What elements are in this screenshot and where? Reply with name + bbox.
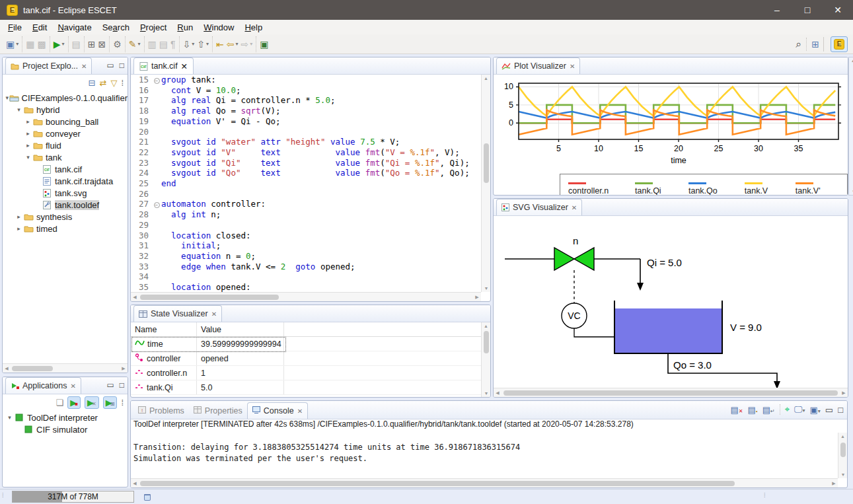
last-edit-location-button[interactable]: ⇤ bbox=[215, 38, 225, 51]
minimize-view-button[interactable]: ▭ bbox=[106, 380, 114, 390]
remove-annotation-button[interactable]: ⊠ bbox=[96, 38, 107, 51]
convert-button[interactable]: ▥ bbox=[147, 38, 158, 51]
state-row-time[interactable]: time39.599999999999994 bbox=[131, 337, 481, 351]
minimize-button[interactable]: – bbox=[762, 0, 792, 20]
project-item-synthesis[interactable]: ▸synthesis bbox=[3, 211, 128, 223]
tab-console[interactable]: Console✕ bbox=[247, 402, 308, 419]
show-whitespace-button[interactable]: ¶ bbox=[169, 38, 177, 51]
build-button[interactable]: ▤ bbox=[71, 38, 82, 51]
project-item-hybrid[interactable]: ▾hybrid bbox=[3, 104, 128, 116]
auto-expand-button[interactable]: ❏ bbox=[56, 398, 63, 408]
skip-breakpoints-button[interactable]: ⚙ bbox=[112, 38, 123, 51]
fold-marker-icon[interactable]: − bbox=[152, 75, 161, 85]
menu-navigate[interactable]: Navigate bbox=[52, 21, 96, 34]
tab-svg-visualizer[interactable]: SVG Visualizer ✕ bbox=[496, 199, 582, 215]
link-editor-button[interactable]: ⇄ bbox=[99, 78, 106, 88]
state-row-controller[interactable]: controlleropened bbox=[131, 351, 481, 366]
svg-hscrollbar[interactable]: ◀ ▶ bbox=[494, 388, 848, 397]
clear-console-icon[interactable]: ▤✕ bbox=[731, 405, 743, 415]
console-output[interactable]: Transition: delaying for 3.1883805325514… bbox=[131, 433, 838, 478]
pin-console-icon[interactable]: ⌖ bbox=[785, 404, 790, 415]
project-item-conveyer[interactable]: ▸conveyer bbox=[3, 127, 128, 139]
close-tab-icon[interactable]: ✕ bbox=[297, 408, 303, 415]
expander-icon[interactable]: ▸ bbox=[15, 225, 23, 232]
filter-button[interactable]: ▽ bbox=[110, 78, 117, 88]
remove-terminated-button[interactable]: ▶✕ bbox=[85, 396, 99, 409]
project-item-tank-tooldef[interactable]: tank.tooldef bbox=[3, 199, 128, 211]
pin-editor-button[interactable]: ▣ bbox=[258, 38, 270, 51]
save-all-button[interactable]: ▩ bbox=[36, 38, 47, 51]
add-annotation-button[interactable]: ⊞ bbox=[87, 38, 97, 51]
menu-run[interactable]: Run bbox=[172, 21, 198, 34]
maximize-view-button[interactable]: □ bbox=[120, 380, 124, 390]
open-console-icon[interactable]: ▣▾ bbox=[810, 405, 821, 415]
scroll-lock-icon[interactable]: ▤• bbox=[748, 405, 758, 415]
maximize-view-button[interactable]: □ bbox=[120, 61, 124, 70]
state-row-controller-n[interactable]: controller.n1 bbox=[131, 366, 481, 380]
word-wrap-icon[interactable]: ▤↵ bbox=[762, 405, 775, 415]
new-wizard-button[interactable]: ▣▾ bbox=[5, 38, 20, 51]
minimize-view-button[interactable]: ▭ bbox=[825, 405, 833, 415]
back-button[interactable]: ⇦▾ bbox=[225, 38, 240, 51]
show-doc-button[interactable]: ▤ bbox=[158, 38, 169, 51]
expander-icon[interactable]: ▾ bbox=[15, 106, 23, 113]
next-annotation-button[interactable]: ⇩▾ bbox=[182, 38, 196, 51]
expander-icon[interactable]: ▾ bbox=[24, 154, 32, 161]
console-hscrollbar[interactable]: ◀ ▶ bbox=[131, 478, 838, 487]
expander-icon[interactable]: ▾ bbox=[5, 414, 14, 421]
display-console-icon[interactable]: 🖵▾ bbox=[794, 404, 805, 415]
menu-window[interactable]: Window bbox=[198, 21, 239, 34]
view-menu-button[interactable]: ⁞ bbox=[121, 398, 124, 408]
menu-search[interactable]: Search bbox=[97, 21, 135, 34]
tab-problems[interactable]: !Problems bbox=[133, 402, 189, 419]
save-button[interactable]: ▦ bbox=[24, 38, 36, 51]
previous-annotation-button[interactable]: ⇧▾ bbox=[196, 38, 210, 51]
menu-project[interactable]: Project bbox=[135, 21, 172, 34]
fold-marker-icon[interactable]: − bbox=[152, 199, 161, 209]
search-icon[interactable]: ⌕ bbox=[794, 37, 803, 52]
tab-plot-visualizer[interactable]: Plot Visualizer ✕ bbox=[496, 57, 580, 74]
expander-icon[interactable]: ▸ bbox=[24, 142, 32, 149]
maximize-button[interactable]: □ bbox=[792, 0, 823, 20]
project-item-bouncing-ball[interactable]: ▸bouncing_ball bbox=[3, 116, 128, 127]
plot-vscrollbar[interactable]: ▲ ▼ bbox=[848, 57, 853, 196]
escet-perspective-button[interactable]: E bbox=[831, 36, 848, 52]
state-row-tank-Qi[interactable]: tank.Qi5.0 bbox=[131, 380, 481, 395]
editor-vscrollbar[interactable]: ▲ ▼ bbox=[481, 75, 490, 292]
collapse-all-button[interactable]: ⊟ bbox=[89, 78, 96, 88]
console-vscrollbar[interactable]: ▲ ▼ bbox=[838, 433, 847, 478]
state-table[interactable]: NameValuetime39.599999999999994controlle… bbox=[131, 322, 481, 397]
maximize-view-button[interactable]: □ bbox=[838, 405, 843, 415]
project-item-cifexamples-0-1-0-qualifier[interactable]: ▾CIFExamples-0.1.0.qualifier bbox=[3, 92, 128, 104]
project-item-tank-cif[interactable]: CIFtank.cif bbox=[3, 163, 128, 175]
project-item-tank-cif-trajdata[interactable]: tank.cif.trajdata bbox=[3, 175, 128, 187]
expander-icon[interactable]: ▸ bbox=[15, 213, 23, 220]
project-item-fluid[interactable]: ▸fluid bbox=[3, 139, 128, 151]
minimize-view-button[interactable]: ▭ bbox=[106, 61, 114, 70]
tab-properties[interactable]: Properties bbox=[189, 402, 247, 419]
open-perspective-button[interactable]: ⊞ bbox=[810, 38, 821, 51]
state-vscrollbar[interactable]: ▲ ▼ bbox=[481, 322, 490, 397]
code-editor[interactable]: 15−group tank:16 cont V = 10.0;17 alg re… bbox=[131, 75, 481, 292]
view-menu-button[interactable]: ⁞ bbox=[121, 78, 124, 88]
tab-editor-tank-cif[interactable]: CIF tank.cif ✕ bbox=[133, 57, 194, 74]
tab-applications[interactable]: Applications ✕ bbox=[5, 377, 81, 394]
project-item-timed[interactable]: ▸timed bbox=[3, 223, 128, 234]
application-item-cif-simulator[interactable]: CIF simulator bbox=[3, 423, 128, 435]
application-item-tooldef-interpreter[interactable]: ▾ToolDef interpreter bbox=[3, 412, 128, 423]
close-button[interactable]: ✕ bbox=[823, 0, 853, 20]
close-tab-icon[interactable]: ✕ bbox=[211, 310, 217, 318]
run-garbage-collector-button[interactable] bbox=[140, 491, 155, 503]
menu-edit[interactable]: Edit bbox=[27, 21, 52, 34]
mark-occurrences-button[interactable]: ✎▾ bbox=[128, 38, 142, 51]
tab-state-visualizer[interactable]: State Visualizer ✕ bbox=[133, 305, 222, 322]
editor-hscrollbar[interactable]: ◀ ▶ bbox=[131, 292, 481, 301]
project-item-tank[interactable]: ▾tank bbox=[3, 151, 128, 163]
close-tab-icon[interactable]: ✕ bbox=[572, 204, 577, 211]
run-button[interactable]: ▶▾ bbox=[52, 38, 66, 51]
project-item-tank-svg[interactable]: tank.svg bbox=[3, 187, 128, 199]
tab-project-explorer[interactable]: Project Explo... ✕ bbox=[5, 57, 92, 74]
close-tab-icon[interactable]: ✕ bbox=[81, 63, 87, 70]
expander-icon[interactable]: ▸ bbox=[24, 118, 32, 125]
close-tab-icon[interactable]: ✕ bbox=[570, 63, 575, 70]
